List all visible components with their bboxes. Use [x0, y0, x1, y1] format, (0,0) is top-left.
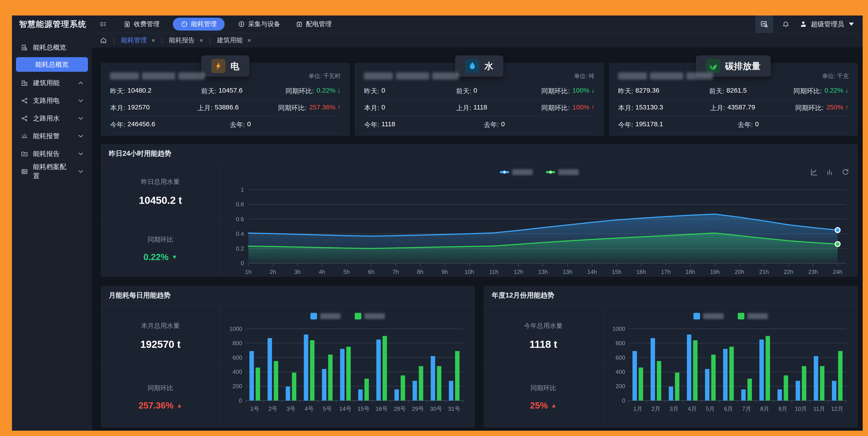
svg-text:200: 200 — [615, 383, 625, 390]
report-chart-icon[interactable] — [755, 15, 773, 33]
svg-text:4h: 4h — [319, 269, 325, 275]
stat-row: 今年:246456.6去年:0 — [110, 117, 341, 133]
svg-text:18h: 18h — [685, 269, 695, 275]
close-icon[interactable]: × — [199, 37, 203, 44]
chevron-down-icon — [77, 168, 84, 175]
svg-text:1000: 1000 — [229, 325, 242, 332]
stat-value: 43587.79 — [727, 103, 755, 113]
tab-label: 能耗报告 — [169, 36, 195, 45]
chevron-down-icon — [77, 150, 84, 157]
tab-divider: | — [113, 37, 115, 44]
stat-cell: 前天:10457.6 — [201, 87, 285, 96]
chevron-down-icon — [849, 23, 854, 26]
refresh-icon[interactable] — [841, 168, 849, 176]
svg-text:29号: 29号 — [412, 405, 424, 412]
legend-item-0[interactable] — [693, 313, 723, 319]
sidebar-item-3[interactable]: 之路用水 — [12, 110, 92, 127]
stat-value: 0 — [247, 120, 251, 129]
stat-card-electricity: 电单位: 千瓦时昨天:10480.2前天:10457.6同期环比:0.22% ↓… — [101, 63, 350, 136]
ratio-label: 同期环比: — [541, 87, 569, 96]
hourly-ratio-label: 同期环比 — [148, 235, 173, 244]
legend-redacted-label — [703, 313, 723, 319]
sidebar-item-label: 建筑用能 — [33, 79, 60, 88]
ratio-value: 257.36% ↑ — [309, 103, 341, 113]
water-pill: 水 — [455, 55, 503, 77]
sidebar-collapse-icon[interactable] — [99, 20, 107, 28]
svg-text:6月: 6月 — [724, 405, 733, 412]
svg-text:3号: 3号 — [287, 405, 296, 412]
svg-text:12月: 12月 — [831, 405, 843, 412]
nav-item-2[interactable]: 采集与设备 — [236, 18, 282, 31]
hourly-summary-value: 10450.2 t — [139, 194, 182, 206]
svg-text:1000: 1000 — [612, 325, 625, 332]
close-icon[interactable]: × — [247, 37, 251, 44]
stat-label: 上月: — [456, 103, 471, 113]
svg-text:1月: 1月 — [633, 405, 642, 412]
legend-item-1[interactable] — [355, 313, 385, 319]
tab-1[interactable]: 能耗报告× — [169, 36, 203, 45]
sidebar-item-5[interactable]: 能耗报告 — [12, 145, 92, 163]
stat-label: 今年: — [364, 120, 379, 129]
stat-label: 前天: — [709, 87, 724, 96]
stat-cell: 去年:0 — [484, 120, 595, 129]
ratio-label: 同期环比: — [541, 103, 569, 113]
ratio-cell: 同期环比:0.22% ↓ — [793, 87, 848, 96]
legend-item-1[interactable] — [546, 169, 579, 175]
svg-text:11h: 11h — [489, 269, 498, 275]
line-chart-icon[interactable] — [810, 168, 818, 176]
sidebar-item-0[interactable]: 能耗总概览 — [12, 38, 92, 56]
stat-label: 本月: — [618, 103, 633, 113]
daily-bar-chart: 020040060080010001号2号3号4号5号14号15号16号28号2… — [226, 321, 469, 418]
svg-text:8月: 8月 — [760, 405, 769, 412]
stat-cards-row: 电单位: 千瓦时昨天:10480.2前天:10457.6同期环比:0.22% ↓… — [101, 63, 858, 136]
sidebar-item-4[interactable]: 能耗报警 — [12, 127, 92, 145]
home-icon[interactable] — [100, 37, 107, 44]
svg-text:14号: 14号 — [339, 405, 351, 412]
stat-cell: 去年:0 — [738, 120, 848, 129]
monthly-summary-value: 1118 t — [529, 338, 557, 350]
sidebar-subitem-0-0[interactable]: 能耗总概览 — [16, 57, 88, 72]
svg-text:0: 0 — [239, 397, 242, 404]
nav-item-label: 配电管理 — [306, 20, 332, 29]
legend-item-1[interactable] — [738, 313, 768, 319]
stat-value: 0 — [755, 120, 759, 129]
sidebar-item-2[interactable]: 支路用电 — [12, 92, 92, 110]
tab-0[interactable]: 能耗管理× — [121, 36, 155, 45]
close-icon[interactable]: × — [152, 37, 155, 44]
bar-chart-icon[interactable] — [826, 168, 833, 176]
svg-text:800: 800 — [615, 340, 625, 346]
redacted-title — [110, 72, 205, 80]
hourly-line-chart: 00.20.40.60.811h2h3h4h5h6h7h8h9h10h11h12… — [226, 181, 851, 281]
ratio-value: 0.22% ↓ — [317, 87, 341, 96]
chevron-up-icon — [77, 79, 84, 87]
stat-label: 本月: — [364, 103, 379, 113]
content: 电单位: 千瓦时昨天:10480.2前天:10457.6同期环比:0.22% ↓… — [92, 48, 863, 431]
sidebar-item-label: 能耗总概览 — [33, 43, 66, 52]
sidebar-item-6[interactable]: 能耗档案配置 — [12, 163, 92, 180]
svg-text:13h: 13h — [538, 269, 548, 275]
notifications-bell-icon[interactable] — [782, 20, 789, 28]
electricity-pill: 电 — [201, 55, 249, 77]
legend-item-0[interactable] — [310, 313, 341, 319]
carbon-icon — [706, 59, 720, 73]
sidebar-item-1[interactable]: 建筑用能 — [12, 74, 92, 92]
chart-toolbox — [810, 168, 849, 176]
stat-value: 0 — [501, 120, 505, 129]
legend-item-0[interactable] — [500, 169, 533, 175]
svg-text:1号: 1号 — [250, 405, 259, 412]
nav-item-3[interactable]: 配电管理 — [293, 18, 334, 31]
svg-text:5h: 5h — [343, 269, 350, 275]
building-icon — [21, 79, 28, 87]
energy-icon — [181, 21, 188, 28]
svg-text:0.2: 0.2 — [236, 245, 244, 252]
ratio-label: 同期环比: — [285, 87, 314, 96]
nav-item-0[interactable]: 收费管理 — [121, 18, 162, 31]
legend-square-marker — [310, 313, 317, 319]
tab-2[interactable]: 建筑用能× — [217, 36, 251, 45]
svg-text:15h: 15h — [612, 269, 621, 275]
user-name: 超级管理员 — [811, 20, 844, 29]
nav-item-1[interactable]: 能耗管理 — [173, 18, 225, 31]
stat-row: 今年:195178.1去年:0 — [618, 117, 848, 133]
user-menu[interactable]: 超级管理员 — [799, 20, 854, 29]
legend-square-marker — [738, 313, 744, 319]
